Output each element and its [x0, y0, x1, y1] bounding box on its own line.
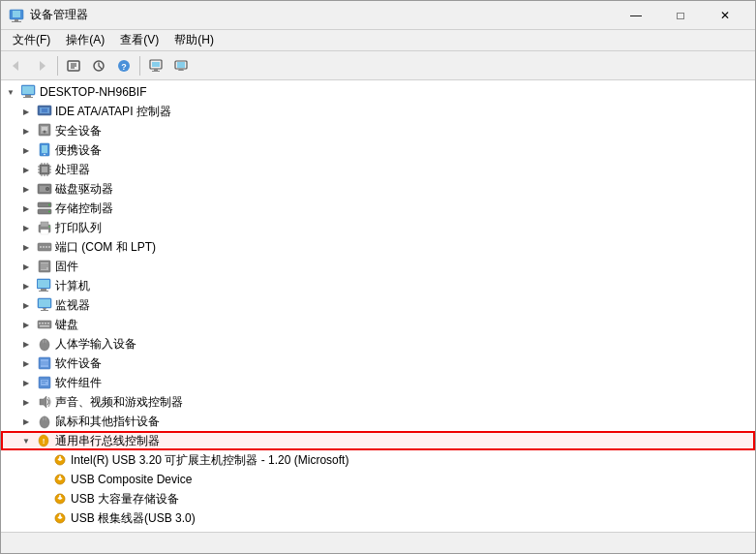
expand-software-component[interactable]: ▶ — [18, 375, 34, 390]
tree-item-usb-composite[interactable]: USB Composite Device — [1, 470, 755, 489]
svg-rect-15 — [154, 69, 158, 71]
expand-firmware[interactable]: ▶ — [18, 259, 34, 274]
title-bar: 设备管理器 — □ ✕ — [1, 1, 755, 30]
svg-rect-22 — [25, 95, 31, 97]
tree-item-usb-controller[interactable]: ▼ ! 通用串行总线控制器 — [1, 431, 755, 450]
svg-point-55 — [48, 211, 50, 213]
expand-cpu[interactable]: ▶ — [18, 162, 34, 177]
device-tree[interactable]: ▼ DESKTOP-NH96BIF ▶ — [1, 80, 755, 532]
computer-icon — [21, 84, 37, 100]
back-button[interactable] — [5, 54, 28, 77]
svg-rect-58 — [41, 230, 48, 234]
tree-item-disk[interactable]: ▶ 磁盘驱动器 — [1, 179, 755, 199]
tree-item-firmware[interactable]: ▶ 固件 — [1, 257, 755, 276]
tree-item-hid[interactable]: ▶ 人体学输入设备 — [1, 334, 755, 354]
expand-ide[interactable]: ▶ — [18, 104, 34, 119]
expand-software-device[interactable]: ▶ — [18, 355, 34, 371]
svg-rect-71 — [38, 280, 49, 288]
menu-action[interactable]: 操作(A) — [58, 30, 112, 51]
forward-button[interactable] — [30, 54, 53, 77]
tree-item-intel-usb[interactable]: Intel(R) USB 3.20 可扩展主机控制器 - 1.20 (Micro… — [1, 450, 755, 470]
computer2-icon — [37, 278, 52, 293]
ports-icon — [37, 239, 52, 255]
update-driver-button[interactable] — [87, 54, 110, 77]
usb-composite-label: USB Composite Device — [71, 473, 192, 486]
root-label: DESKTOP-NH96BIF — [40, 85, 146, 99]
computer2-label: 计算机 — [55, 278, 90, 294]
expand-computer[interactable]: ▶ — [18, 278, 34, 293]
tree-root[interactable]: ▼ DESKTOP-NH96BIF — [1, 82, 755, 102]
software-component-label: 软件组件 — [55, 375, 102, 391]
svg-marker-95 — [40, 396, 46, 408]
ide-label: IDE ATA/ATAPI 控制器 — [55, 104, 171, 120]
tree-item-mouse[interactable]: ▶ 鼠标和其他指针设备 — [1, 412, 755, 431]
usb-mass-storage-label: USB 大容量存储设备 — [71, 491, 179, 508]
expand-keyboard[interactable]: ▶ — [18, 317, 34, 332]
svg-rect-18 — [177, 62, 185, 68]
main-area: ▼ DESKTOP-NH96BIF ▶ — [1, 80, 755, 532]
svg-point-30 — [44, 131, 46, 134]
tree-item-audio[interactable]: ▶ 声音、视频和游戏控制器 — [1, 392, 755, 412]
tree-item-usb-mass-storage[interactable]: USB 大容量存储设备 — [1, 489, 755, 508]
tree-item-cpu[interactable]: ▶ — [1, 160, 755, 179]
title-icon — [9, 8, 24, 23]
tree-item-storage[interactable]: ▶ 存储控制器 — [1, 199, 755, 218]
expand-audio[interactable]: ▶ — [18, 394, 34, 410]
svg-rect-35 — [42, 167, 47, 172]
close-button[interactable]: ✕ — [703, 1, 747, 30]
toolbar-separator-2 — [139, 56, 140, 76]
usb-composite-icon — [52, 472, 68, 487]
tree-item-portable[interactable]: ▶ 便携设备 — [1, 140, 755, 160]
expand-mouse[interactable]: ▶ — [18, 414, 34, 429]
svg-rect-79 — [39, 323, 41, 324]
tree-item-monitor[interactable]: ▶ 监视器 — [1, 295, 755, 315]
tree-item-usb-hub[interactable]: USB 根集线器(USB 3.0) — [1, 508, 755, 528]
expand-root[interactable]: ▼ — [3, 84, 18, 100]
svg-rect-77 — [41, 310, 48, 311]
software-device-label: 软件设备 — [55, 355, 102, 372]
menu-view[interactable]: 查看(V) — [112, 30, 166, 51]
expand-security[interactable]: ▶ — [18, 123, 34, 138]
expand-printer[interactable]: ▶ — [18, 220, 34, 235]
tree-item-printer[interactable]: ▶ 打印队列 — [1, 218, 755, 237]
computer-icon-button[interactable] — [169, 54, 193, 77]
minimize-button[interactable]: — — [614, 1, 658, 30]
device-view-button[interactable] — [144, 54, 167, 77]
svg-rect-88 — [41, 359, 48, 367]
properties-button[interactable] — [62, 54, 85, 77]
expand-disk[interactable]: ▶ — [18, 181, 34, 197]
maximize-button[interactable]: □ — [658, 1, 703, 30]
svg-point-33 — [44, 154, 45, 156]
usb-controller-warning-icon: ! — [37, 433, 52, 448]
tree-item-software-component[interactable]: ▶ 软件组件 — [1, 373, 755, 392]
menu-help[interactable]: 帮助(H) — [166, 30, 222, 51]
expand-storage[interactable]: ▶ — [18, 200, 34, 216]
expand-ports[interactable]: ▶ — [18, 239, 34, 255]
tree-item-ports[interactable]: ▶ 端口 (COM 和 LPT) — [1, 237, 755, 257]
svg-rect-73 — [39, 291, 48, 292]
expand-usb-controller[interactable]: ▼ — [18, 433, 34, 448]
usb-mass-storage-icon — [52, 491, 68, 507]
svg-text:?: ? — [121, 62, 127, 72]
menu-file[interactable]: 文件(F) — [5, 30, 58, 51]
tree-item-software-device[interactable]: ▶ 软件设备 — [1, 354, 755, 373]
expand-portable[interactable]: ▶ — [18, 142, 34, 158]
tree-item-security[interactable]: ▶ 安全设备 — [1, 121, 755, 140]
tree-item-computer[interactable]: ▶ 计算机 — [1, 276, 755, 295]
help-button[interactable]: ? — [112, 54, 136, 77]
svg-rect-94 — [42, 383, 45, 384]
svg-marker-76 — [43, 308, 46, 310]
audio-label: 声音、视频和游戏控制器 — [55, 394, 183, 411]
disk-label: 磁盘驱动器 — [55, 181, 113, 198]
tree-item-ide[interactable]: ▶ IDE ATA/ATAPI 控制器 — [1, 102, 755, 121]
window-controls: — □ ✕ — [614, 1, 747, 30]
expand-monitor[interactable]: ▶ — [18, 297, 34, 313]
tree-item-keyboard[interactable]: ▶ 键盘 — [1, 315, 755, 334]
monitor-icon — [37, 297, 52, 313]
svg-marker-5 — [40, 61, 45, 71]
disk-icon — [37, 181, 52, 197]
toolbar-separator-1 — [57, 56, 58, 76]
svg-rect-81 — [45, 323, 46, 324]
expand-hid[interactable]: ▶ — [18, 336, 34, 352]
svg-rect-93 — [42, 381, 47, 382]
